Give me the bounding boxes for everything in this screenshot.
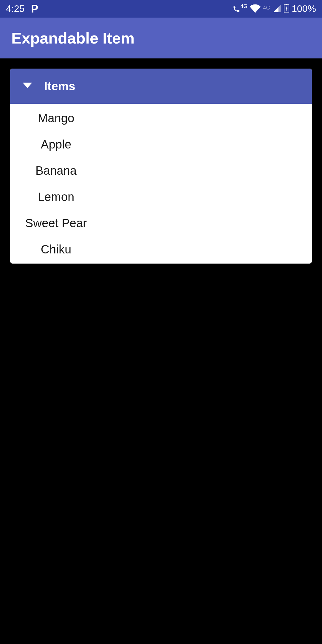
list-item[interactable]: Apple (10, 131, 312, 157)
chevron-down-icon (23, 83, 32, 90)
list-item-label: Apple (20, 138, 92, 151)
content-area: Items Mango Apple Banana Lemon Sweet Pea… (0, 58, 322, 274)
list-item-label: Lemon (20, 190, 92, 204)
svg-rect-1 (286, 4, 287, 5)
list-item[interactable]: Mango (10, 105, 312, 131)
phone-4g-icon: 4G (233, 5, 247, 13)
list-item[interactable]: Sweet Pear (10, 210, 312, 236)
status-time: 4:25 (6, 3, 24, 14)
list-item[interactable]: Banana (10, 157, 312, 184)
network-4g-dim-label: 4G (263, 5, 270, 11)
expandable-card: Items Mango Apple Banana Lemon Sweet Pea… (10, 69, 312, 264)
battery-charging-icon (284, 4, 289, 14)
app-bar: Expandable Item (0, 18, 322, 58)
list-item-label: Mango (20, 112, 92, 125)
p-icon: P (31, 3, 38, 15)
list-item-label: Sweet Pear (20, 216, 92, 230)
list-item[interactable]: Lemon (10, 184, 312, 210)
wifi-icon (250, 3, 261, 15)
network-4g-label: 4G (240, 3, 247, 10)
status-bar-right: 4G 4G 100% (233, 3, 316, 15)
list-item-label: Chiku (20, 243, 92, 256)
group-header-items[interactable]: Items (10, 69, 312, 104)
list-item[interactable]: Chiku (10, 236, 312, 262)
signal-icon (273, 4, 281, 14)
app-title: Expandable Item (11, 29, 134, 47)
status-bar: 4:25 P 4G 4G 100% (0, 0, 322, 18)
list-body: Mango Apple Banana Lemon Sweet Pear Chik… (10, 104, 312, 264)
status-bar-left: 4:25 P (6, 3, 38, 15)
group-header-label: Items (44, 80, 75, 93)
battery-percent: 100% (292, 3, 316, 14)
list-item-label: Banana (20, 164, 92, 177)
